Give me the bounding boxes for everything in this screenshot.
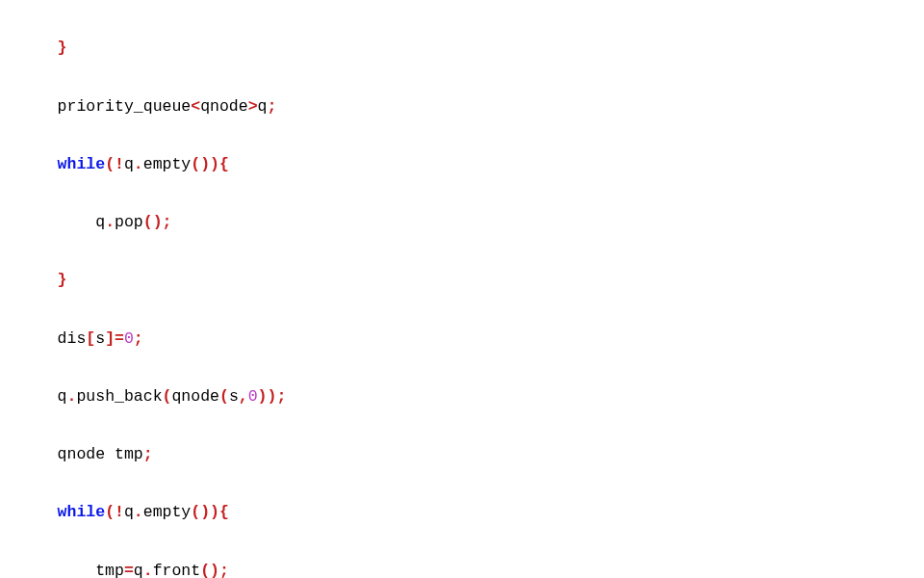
code-editor[interactable]: } priority_queue<qnode>q; while(!q.empty… bbox=[0, 0, 924, 578]
code-line[interactable]: tmp=q.front(); bbox=[0, 562, 924, 579]
code-line[interactable]: priority_queue<qnode>q; bbox=[0, 97, 924, 117]
brace-token: } bbox=[58, 39, 67, 57]
code-line[interactable]: } bbox=[0, 39, 924, 58]
code-line[interactable]: q.push_back(qnode(s,0)); bbox=[0, 387, 924, 407]
code-line[interactable]: while(!q.empty()){ bbox=[0, 155, 924, 174]
code-line[interactable]: } bbox=[0, 271, 924, 290]
code-line[interactable]: while(!q.empty()){ bbox=[0, 503, 924, 522]
code-line[interactable]: dis[s]=0; bbox=[0, 329, 924, 349]
code-line[interactable]: qnode tmp; bbox=[0, 445, 924, 464]
code-line[interactable]: q.pop(); bbox=[0, 213, 924, 232]
